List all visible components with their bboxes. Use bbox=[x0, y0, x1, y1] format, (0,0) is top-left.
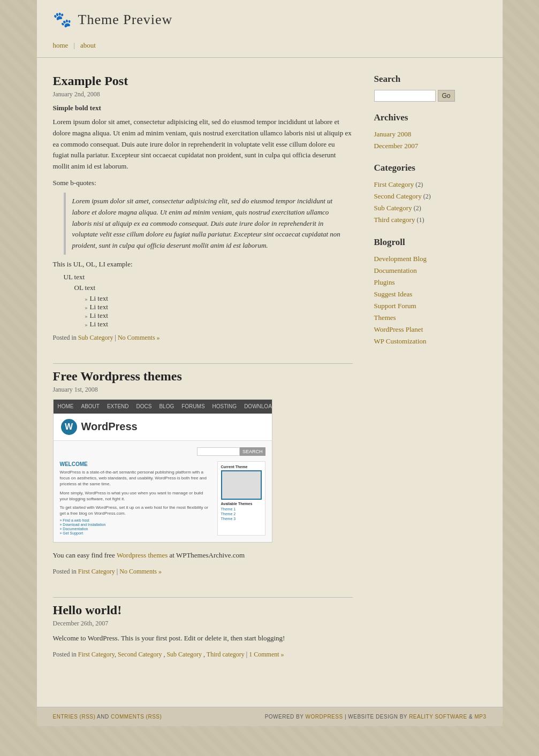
wp-sidebar-col: Current Theme Available Themes Theme 1 T… bbox=[217, 461, 265, 536]
blogroll-themes[interactable]: Themes bbox=[374, 312, 465, 324]
comment-link[interactable]: 1 Comment » bbox=[249, 651, 284, 658]
site-title: Theme Preview bbox=[78, 12, 173, 28]
blogroll-widget-title: Blogroll bbox=[374, 237, 465, 249]
site-header: 🐾 Theme Preview bbox=[37, 0, 503, 41]
category-link-sub[interactable]: Sub Category bbox=[78, 334, 113, 341]
category-count-third: (1) bbox=[416, 215, 424, 225]
blogroll-support-forum[interactable]: Support Forum bbox=[374, 300, 465, 312]
wp-themes-link[interactable]: Wordpress themes bbox=[117, 551, 168, 559]
wp-link-support[interactable]: » Get Support bbox=[60, 531, 212, 535]
post-date-example: January 2nd, 2008 bbox=[53, 90, 353, 98]
wp-link-download[interactable]: » Download and Installation bbox=[60, 523, 212, 526]
wp-link-docs[interactable]: » Documentation bbox=[60, 527, 212, 531]
nav-about[interactable]: about bbox=[80, 41, 96, 50]
search-go-button[interactable]: Go bbox=[438, 90, 455, 102]
list-item: »Li text bbox=[85, 320, 353, 329]
nav-home[interactable]: home bbox=[53, 41, 69, 50]
category-link-sub[interactable]: Sub Category bbox=[374, 202, 412, 214]
wp-link-webhost[interactable]: » Find a web host bbox=[60, 518, 212, 522]
category-link-first-cat[interactable]: First Category bbox=[78, 651, 115, 658]
nav-separator: | bbox=[73, 41, 75, 50]
posted-in-label: Posted in bbox=[53, 568, 77, 575]
blogroll-wp-planet[interactable]: WordPress Planet bbox=[374, 324, 465, 335]
archive-dec-2007[interactable]: December 2007 bbox=[374, 140, 465, 152]
category-link-first[interactable]: First Category bbox=[78, 568, 115, 575]
category-link-first[interactable]: First Category bbox=[374, 179, 414, 190]
blogroll-suggest-ideas[interactable]: Suggest Ideas bbox=[374, 288, 465, 300]
wp-nav-blog: BLOG bbox=[159, 403, 174, 409]
wp-logo-text: WordPress bbox=[81, 421, 138, 433]
wp-content-cols: WELCOME WordPress is a state-of-the-art … bbox=[60, 461, 265, 536]
list-item: »Li text bbox=[85, 303, 353, 311]
content-wrapper: Example Post January 2nd, 2008 Simple bo… bbox=[37, 58, 503, 696]
search-input[interactable] bbox=[374, 90, 436, 102]
footer-amp: & bbox=[469, 714, 473, 720]
body-suffix: at WPThemesArchive.com bbox=[170, 551, 245, 559]
wp-welcome-text-3: To get started with WordPress, set it up… bbox=[60, 505, 212, 516]
wp-nav-forums: FORUMS bbox=[181, 403, 204, 409]
widget-archives: Archives January 2008 December 2007 bbox=[374, 112, 465, 152]
wp-welcome-head: WELCOME bbox=[60, 461, 212, 467]
post-divider-2 bbox=[53, 597, 353, 598]
list-item: »Li text bbox=[85, 294, 353, 303]
post-footer-hello: Posted in First Category, Second Categor… bbox=[53, 651, 353, 659]
wp-body: SEARCH WELCOME WordPress is a state-of-t… bbox=[54, 441, 272, 542]
post-body-hello: Welcome to WordPress. This is your first… bbox=[53, 633, 353, 644]
li-text: Li text bbox=[90, 303, 108, 311]
post-footer-example: Posted in Sub Category | No Comments » bbox=[53, 334, 353, 342]
category-count-sub: (2) bbox=[414, 203, 421, 213]
footer-reality-link[interactable]: REALITY SOFTWARE bbox=[409, 714, 467, 720]
no-comments-link[interactable]: No Comments » bbox=[118, 334, 160, 341]
wp-theme-thumb bbox=[221, 470, 262, 500]
blogroll-wp-customization[interactable]: WP Customization bbox=[374, 335, 465, 347]
wp-links-section: » Find a web host » Download and Install… bbox=[60, 518, 212, 535]
footer-and: AND bbox=[97, 714, 111, 720]
wp-theme-list: Theme 1 Theme 2 Theme 3 bbox=[221, 507, 262, 521]
category-link-second[interactable]: Second Category bbox=[374, 190, 422, 202]
category-link-second-cat[interactable]: Second Category bbox=[118, 651, 162, 658]
categories-widget-title: Categories bbox=[374, 163, 465, 174]
wp-search-input[interactable] bbox=[197, 447, 240, 456]
body-prefix: You can easy find free bbox=[53, 551, 115, 559]
li-text: Li text bbox=[90, 320, 108, 329]
wp-theme-item: Theme 1 bbox=[221, 507, 262, 511]
post-hello-world: Hello world! December 26th, 2007 Welcome… bbox=[53, 603, 353, 659]
post-body-example: Lorem ipsum dolor sit amet, consectetur … bbox=[53, 117, 353, 172]
wp-welcome-text-2: More simply, WordPress is what you use w… bbox=[60, 490, 212, 502]
category-link-third[interactable]: Third category bbox=[374, 214, 415, 226]
post-body-free-wp: You can easy find free Wordpress themes … bbox=[53, 550, 353, 561]
archives-widget-title: Archives bbox=[374, 112, 465, 124]
footer-design-label: WEBSITE DESIGN BY bbox=[348, 714, 407, 720]
entries-rss-link[interactable]: ENTRIES (RSS) bbox=[53, 714, 96, 720]
archive-jan-2008[interactable]: January 2008 bbox=[374, 128, 465, 140]
no-comments-link[interactable]: No Comments » bbox=[119, 568, 162, 575]
site-footer: ENTRIES (RSS) AND COMMENTS (RSS) POWERED… bbox=[37, 707, 503, 726]
footer-wp-link[interactable]: WORDPRESS bbox=[306, 714, 343, 720]
sidebar: Search Go Archives January 2008 December… bbox=[369, 68, 476, 685]
category-count-second: (2) bbox=[423, 191, 431, 202]
category-link-third-cat[interactable]: Third category bbox=[207, 651, 245, 658]
post-divider bbox=[53, 363, 353, 364]
post-blockquote: Lorem ipsum dolor sit amet, consectetur … bbox=[64, 193, 353, 255]
post-ul-label: This is UL, OL, LI example: bbox=[53, 260, 353, 269]
category-link-sub-cat[interactable]: Sub Category bbox=[166, 651, 202, 658]
comments-rss-link[interactable]: COMMENTS (RSS) bbox=[111, 714, 162, 720]
li-arrow-icon: » bbox=[85, 296, 88, 302]
li-text: Li text bbox=[90, 294, 108, 303]
wp-logo-circle: W bbox=[61, 419, 77, 435]
blogroll-plugins[interactable]: Plugins bbox=[374, 277, 465, 288]
widget-search: Search Go bbox=[374, 74, 465, 102]
post-footer-free-wp: Posted in First Category | No Comments » bbox=[53, 568, 353, 576]
wp-logo-area: W WordPress bbox=[54, 414, 272, 441]
blogroll-documentation[interactable]: Documentation bbox=[374, 265, 465, 277]
category-item-second: Second Category (2) bbox=[374, 190, 465, 202]
post-title-free-wp: Free Wordpress themes bbox=[53, 369, 353, 384]
wp-search-button[interactable]: SEARCH bbox=[240, 447, 265, 456]
post-free-wp: Free Wordpress themes January 1st, 2008 … bbox=[53, 369, 353, 576]
blogroll-dev-blog[interactable]: Development Blog bbox=[374, 253, 465, 265]
footer-mp3-link[interactable]: MP3 bbox=[474, 714, 486, 720]
category-item-first: First Category (2) bbox=[374, 179, 465, 190]
footer-left: ENTRIES (RSS) AND COMMENTS (RSS) bbox=[53, 714, 162, 720]
post-date-free-wp: January 1st, 2008 bbox=[53, 386, 353, 394]
paw-icon: 🐾 bbox=[53, 11, 72, 28]
